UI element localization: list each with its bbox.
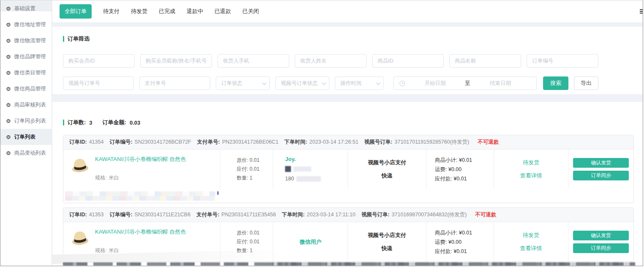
price-original: 原价: 0.01 (236, 229, 273, 237)
order-id-value: 41353 (89, 212, 104, 218)
payment-cell: 视频号小店支付 快递 (348, 222, 426, 262)
product-info: KAWATANI/川谷小卷檐编织帽 自然色 规格: 米白 (95, 155, 186, 189)
sidebar-item-order-list[interactable]: ⚙ 订单列表 (0, 129, 52, 145)
payment-cell: 视频号小店支付 快递 (348, 150, 426, 189)
view-detail-link[interactable]: 查看详情 (520, 172, 542, 180)
video-order-status-select[interactable]: 视频号订单状态 (275, 76, 329, 90)
product-name-input[interactable] (449, 54, 521, 68)
tab-completed[interactable]: 已完成 (159, 8, 175, 15)
order-sn-input[interactable] (527, 54, 598, 68)
sidebar-item-wechat-category[interactable]: ⚙ 微信类目管理 (0, 65, 52, 81)
title-accent-bar (63, 120, 64, 125)
masked-address-row (285, 166, 348, 172)
chevron-down-icon (262, 81, 266, 85)
filter-title-text: 订单筛选 (68, 35, 90, 43)
sidebar-item-product-review-list[interactable]: ⚙ 商品审核列表 (0, 97, 52, 113)
receiver-name-input[interactable] (295, 54, 367, 68)
operate-time-select[interactable]: 操作时间 (335, 76, 384, 90)
gear-icon: ⚙ (6, 134, 11, 140)
sidebar-item-label: 微信物流管理 (14, 37, 46, 44)
payment-sn-input[interactable] (139, 76, 210, 90)
product-image-hat (69, 227, 90, 247)
sidebar-item-wechat-logistics[interactable]: ⚙ 微信物流管理 (0, 33, 52, 49)
gear-icon: ⚙ (6, 38, 11, 44)
order-sn-label: 订单编号: (109, 212, 132, 218)
gear-icon: ⚙ (6, 6, 11, 11)
tab-refunded[interactable]: 已退款 (215, 8, 231, 15)
order-sn-value: SN2303141726BCB72F (135, 139, 191, 145)
start-date-placeholder[interactable]: 开始日期 (405, 80, 465, 87)
customer-name: Joy. (285, 156, 348, 162)
sidebar-item-wechat-brand[interactable]: ⚙ 微信品牌管理 (0, 49, 52, 65)
order-status-select[interactable]: 订单状态 (216, 76, 270, 90)
date-range-picker[interactable]: 开始日期 至 结束日期 (393, 76, 537, 90)
order-time-label: 下单时间: (284, 139, 307, 145)
masked-block (285, 166, 291, 172)
hamburger-menu-icon[interactable] (640, 9, 643, 14)
payment-sn-label: 支付单号: (197, 139, 220, 145)
product-name-link[interactable]: KAWATANI/川谷小卷檐编织帽 自然色 (95, 155, 186, 163)
masked-block (293, 166, 311, 172)
payment-sn-value: PN2303141711E35456 (221, 212, 276, 218)
sidebar-item-basic-settings[interactable]: ⚙ 基础设置 (0, 0, 52, 16)
product-image-hat (69, 155, 90, 174)
payment-sn-value: PN2303141726BE06C1 (222, 139, 278, 145)
tab-refunding[interactable]: 退款中 (187, 8, 203, 15)
order-filter-panel: 订单筛选 订单状态 视频号订单状态 (52, 27, 643, 94)
sidebar-item-order-sync-list[interactable]: ⚙ 订单同步列表 (0, 113, 52, 129)
product-id-input[interactable] (372, 54, 444, 68)
confirm-ship-button[interactable]: 确认发货 (573, 231, 629, 240)
end-date-placeholder[interactable]: 结束日期 (470, 80, 530, 87)
order-sn-label: 订单编号: (109, 139, 132, 145)
freight-line: 运费: ¥0.00 (435, 237, 494, 247)
order-id-value: 41354 (89, 139, 104, 145)
order-amount-value: 0.03 (130, 120, 140, 126)
order-count-value: 3 (89, 120, 92, 126)
status-cell: 待发货 查看详情 (494, 150, 568, 189)
main-content: 全部订单 待支付 待发货 已完成 退款中 已退款 已关闭 订单筛选 (52, 0, 643, 266)
price-payable: 应付: 0.01 (236, 165, 273, 174)
view-detail-link[interactable]: 查看详情 (520, 245, 542, 252)
video-order-value: 3710169870073464832(待发货) (391, 212, 467, 218)
sidebar-item-wechat-product[interactable]: ⚙ 微信商品管理 (0, 81, 52, 97)
filter-row-2: 订单状态 视频号订单状态 操作时间 开始日期 至 结束日期 搜索 (63, 76, 643, 90)
export-button[interactable]: 导出 (574, 76, 598, 90)
sidebar-item-product-change-list[interactable]: ⚙ 商品变动列表 (0, 145, 52, 161)
buyer-id-input[interactable] (63, 54, 135, 68)
totals-cell: 商品小计: ¥0.01 运费: ¥0.00 应付款: ¥0.01 (426, 222, 494, 262)
gear-icon: ⚙ (6, 150, 11, 156)
tab-pending-shipment[interactable]: 待发货 (131, 8, 147, 15)
confirm-ship-button[interactable]: 确认发货 (573, 158, 629, 168)
masked-phone-row: 180 (285, 176, 348, 182)
order-count-label: 订单数: (68, 119, 86, 126)
non-refundable-badge: 不可退款 (475, 211, 496, 218)
status-badge: 待发货 (523, 232, 539, 239)
sidebar-item-wechat-address[interactable]: ⚙ 微信地址管理 (0, 16, 52, 33)
chevron-down-icon (322, 81, 326, 85)
product-cell: KAWATANI/川谷小卷檐编织帽 自然色 规格: 米白 (63, 150, 220, 189)
sidebar-item-label: 微信商品管理 (14, 85, 46, 93)
subtotal-line: 商品小计: ¥0.01 (435, 228, 494, 237)
masked-address-mosaic (65, 191, 215, 201)
order-sync-button[interactable]: 订单同步 (573, 171, 629, 180)
tab-pending-payment[interactable]: 待支付 (103, 8, 120, 15)
search-button[interactable]: 搜索 (543, 76, 568, 90)
order-status-select-label: 订单状态 (221, 80, 242, 87)
totals-cell: 商品小计: ¥0.01 运费: ¥0.00 应付款: ¥0.01 (426, 150, 494, 189)
video-order-sn-input[interactable] (63, 76, 134, 90)
price-payable: 应付: 0.01 (236, 237, 273, 246)
actions-cell: 确认发货 订单同步 (568, 150, 633, 189)
shipping-method: 快递 (381, 245, 392, 252)
amount-due-line: 应付款: ¥0.01 (435, 247, 494, 256)
order-sync-button[interactable]: 订单同步 (573, 243, 629, 253)
receiver-phone-input[interactable] (217, 54, 289, 68)
masked-block (296, 176, 321, 182)
tab-closed[interactable]: 已关闭 (242, 8, 259, 15)
tab-all-orders[interactable]: 全部订单 (60, 4, 92, 19)
product-spec: 规格: 米白 (95, 174, 186, 182)
buyer-name-input[interactable] (140, 54, 212, 68)
sidebar-item-label: 商品变动列表 (14, 150, 46, 157)
sidebar-item-label: 商品审核列表 (14, 101, 46, 109)
product-name-link[interactable]: KAWATANI/川谷小卷檐编织帽 自然色 (95, 228, 186, 236)
order-footer (63, 189, 633, 203)
